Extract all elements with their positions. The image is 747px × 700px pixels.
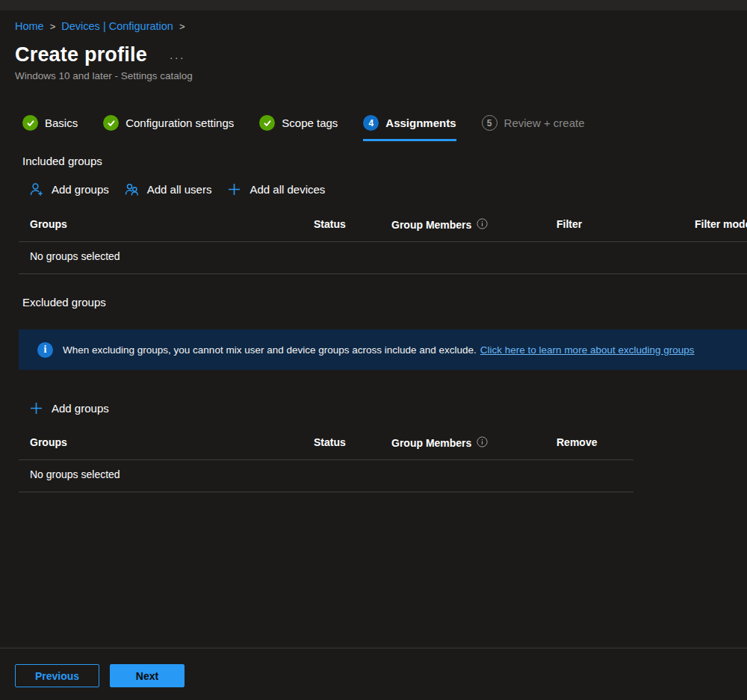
- wizard-steps: Basics Configuration settings Scope tags…: [22, 115, 747, 141]
- check-icon: [103, 115, 119, 131]
- page-subtitle: Windows 10 and later - Settings catalog: [15, 70, 747, 81]
- table-row: No groups selected: [19, 242, 747, 274]
- check-icon: [22, 115, 38, 131]
- step-label: Assignments: [385, 117, 456, 129]
- add-groups-button[interactable]: Add groups: [28, 182, 109, 197]
- page-title: Create profile: [15, 43, 147, 66]
- previous-button[interactable]: Previous: [15, 664, 99, 687]
- info-banner: i When excluding groups, you cannot mix …: [19, 329, 747, 370]
- included-actions: Add groups Add all users: [28, 182, 747, 197]
- add-all-devices-button[interactable]: Add all devices: [226, 182, 325, 197]
- column-header-group-members: Group Members: [391, 218, 557, 232]
- column-header-groups: Groups: [19, 218, 314, 232]
- step-number-badge: 4: [363, 115, 379, 131]
- column-header-filter: Filter: [557, 218, 695, 232]
- step-assignments[interactable]: 4 Assignments: [363, 115, 456, 141]
- next-button[interactable]: Next: [110, 664, 185, 687]
- column-header-remove: Remove: [557, 436, 633, 450]
- step-label: Review + create: [504, 117, 585, 129]
- column-header-filter-mode: Filter mode: [695, 218, 747, 232]
- column-header-status: Status: [314, 436, 391, 450]
- top-strip: [0, 0, 747, 10]
- empty-state-text: No groups selected: [19, 250, 314, 262]
- step-basics[interactable]: Basics: [22, 115, 78, 139]
- breadcrumb-chevron-icon: >: [50, 21, 56, 32]
- person-add-icon: [28, 182, 44, 197]
- column-header-label: Group Members: [391, 219, 471, 231]
- column-header-group-members: Group Members: [391, 436, 557, 450]
- info-tooltip-icon[interactable]: [477, 436, 488, 450]
- title-row: Create profile ···: [15, 43, 747, 66]
- excluded-groups-heading: Excluded groups: [22, 296, 747, 309]
- step-review-create[interactable]: 5 Review + create: [482, 115, 585, 139]
- info-icon: i: [37, 342, 53, 358]
- excluded-add-groups-button[interactable]: Add groups: [28, 400, 109, 416]
- breadcrumb-chevron-icon: >: [179, 21, 185, 32]
- add-groups-label: Add groups: [52, 183, 109, 196]
- step-number-badge: 5: [482, 115, 498, 131]
- plus-icon: [28, 400, 44, 416]
- step-configuration-settings[interactable]: Configuration settings: [103, 115, 234, 139]
- breadcrumb-home[interactable]: Home: [15, 20, 44, 32]
- breadcrumb-devices-configuration[interactable]: Devices | Configuration: [61, 20, 173, 32]
- banner-text: When excluding groups, you cannot mix us…: [63, 344, 477, 356]
- plus-icon: [226, 182, 242, 197]
- add-all-users-button[interactable]: Add all users: [124, 182, 212, 197]
- column-header-label: Group Members: [391, 437, 471, 449]
- excluded-add-groups-label: Add groups: [52, 402, 109, 415]
- add-all-devices-label: Add all devices: [249, 183, 325, 196]
- table-header-row: Groups Status Group Members Filter Filte…: [19, 214, 747, 242]
- more-menu-ellipsis-icon[interactable]: ···: [170, 51, 185, 64]
- empty-state-text: No groups selected: [19, 468, 314, 480]
- people-icon: [124, 182, 140, 197]
- step-label: Basics: [45, 117, 78, 129]
- create-profile-page: Home > Devices | Configuration > Create …: [0, 0, 747, 700]
- included-groups-table: Groups Status Group Members Filter Filte…: [19, 214, 747, 274]
- info-tooltip-icon[interactable]: [477, 218, 488, 232]
- table-row: No groups selected: [19, 460, 633, 492]
- column-header-status: Status: [314, 218, 391, 232]
- step-label: Scope tags: [282, 117, 338, 129]
- excluded-groups-table: Groups Status Group Members Remove No gr…: [19, 432, 633, 492]
- included-groups-heading: Included groups: [22, 155, 747, 167]
- step-label: Configuration settings: [125, 117, 234, 129]
- step-scope-tags[interactable]: Scope tags: [259, 115, 338, 139]
- breadcrumb: Home > Devices | Configuration >: [15, 20, 747, 32]
- column-header-groups: Groups: [19, 436, 314, 450]
- check-icon: [259, 115, 275, 131]
- wizard-footer: Previous Next: [0, 648, 747, 700]
- excluded-actions: Add groups: [28, 400, 747, 416]
- learn-more-link[interactable]: Click here to learn more about excluding…: [480, 344, 695, 356]
- table-header-row: Groups Status Group Members Remove: [19, 432, 633, 460]
- add-all-users-label: Add all users: [147, 183, 212, 196]
